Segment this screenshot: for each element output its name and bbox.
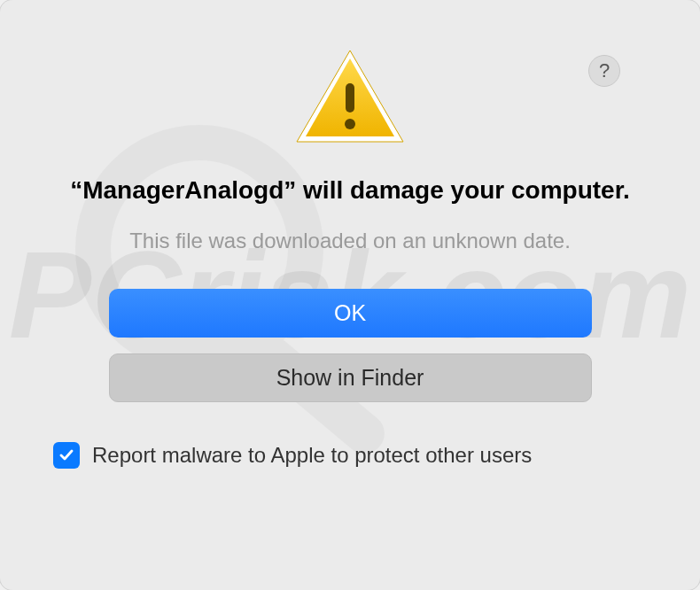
svg-rect-2 (346, 83, 354, 113)
svg-point-3 (345, 119, 355, 129)
help-button[interactable]: ? (588, 55, 620, 87)
ok-button[interactable]: OK (109, 289, 592, 338)
show-in-finder-button[interactable]: Show in Finder (109, 353, 592, 402)
dialog-title: “ManagerAnalogd” will damage your comput… (70, 175, 630, 206)
report-checkbox[interactable] (53, 442, 80, 469)
help-icon: ? (599, 59, 610, 82)
dialog-subtitle: This file was downloaded on an unknown d… (129, 229, 571, 253)
button-stack: OK Show in Finder (109, 289, 592, 402)
checkmark-icon (58, 446, 75, 464)
warning-icon (292, 46, 408, 148)
report-checkbox-label: Report malware to Apple to protect other… (92, 443, 532, 468)
report-checkbox-row: Report malware to Apple to protect other… (53, 442, 647, 469)
alert-dialog: PCrisk.com ? “ManagerAnalogd” will damag… (0, 0, 700, 590)
